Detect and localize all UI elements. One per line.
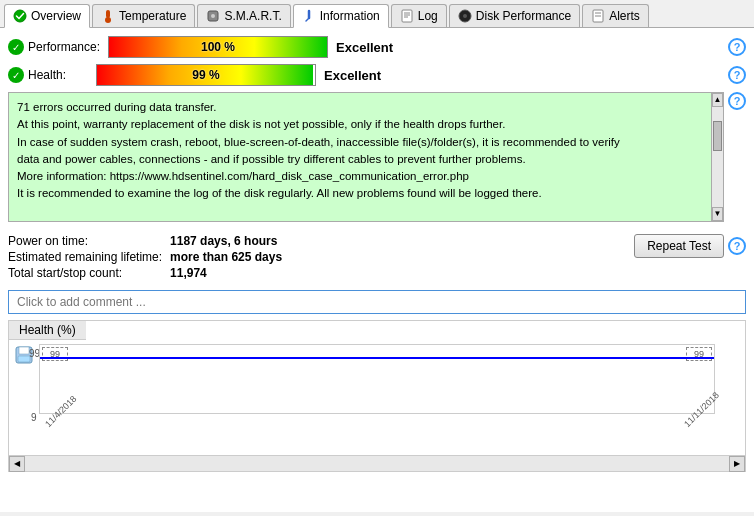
- performance-check-icon: ✓: [8, 39, 24, 55]
- tab-smart[interactable]: S.M.A.R.T.: [197, 4, 290, 27]
- svg-rect-1: [106, 10, 110, 18]
- chart-area: 99 9 99 99 11/4/2018 11/11/2018: [9, 340, 745, 455]
- tab-disk-performance[interactable]: Disk Performance: [449, 4, 580, 27]
- overview-icon: [13, 9, 27, 23]
- health-status: Excellent: [324, 68, 381, 83]
- health-help-icon[interactable]: ?: [728, 66, 746, 84]
- message-scrollbar[interactable]: ▲ ▼: [711, 93, 723, 221]
- svg-point-5: [308, 10, 310, 12]
- tab-alerts[interactable]: Alerts: [582, 4, 649, 27]
- health-label-group: ✓ Health:: [8, 67, 88, 83]
- message-box: 71 errors occurred during data transfer.…: [8, 92, 724, 222]
- estimated-label: Estimated remaining lifetime:: [8, 250, 162, 264]
- repeat-help-icon[interactable]: ?: [728, 237, 746, 255]
- performance-row: ✓ Performance: 100 % Excellent ?: [8, 36, 746, 58]
- performance-bar-value: 100 %: [109, 37, 327, 57]
- message-line-1: 71 errors occurred during data transfer.: [17, 99, 703, 116]
- horizontal-scrollbar[interactable]: ◀ ▶: [9, 455, 745, 471]
- total-value: 11,974: [170, 266, 626, 280]
- scroll-up-arrow[interactable]: ▲: [712, 93, 723, 107]
- tab-smart-label: S.M.A.R.T.: [224, 9, 281, 23]
- health-bar-value: 99 %: [97, 65, 315, 85]
- repeat-test-button[interactable]: Repeat Test: [634, 234, 724, 258]
- estimated-value: more than 625 days: [170, 250, 626, 264]
- tab-temperature-label: Temperature: [119, 9, 186, 23]
- tab-log-label: Log: [418, 9, 438, 23]
- tab-temperature[interactable]: Temperature: [92, 4, 195, 27]
- scroll-down-arrow[interactable]: ▼: [712, 207, 723, 221]
- performance-label: Performance:: [28, 40, 100, 54]
- performance-label-group: ✓ Performance:: [8, 39, 100, 55]
- tab-bar: Overview Temperature S.M.A.R.T. Inf: [0, 0, 754, 28]
- message-box-inner: 71 errors occurred during data transfer.…: [17, 99, 715, 215]
- chart-line: [40, 357, 714, 359]
- tab-disk-performance-label: Disk Performance: [476, 9, 571, 23]
- alerts-icon: [591, 9, 605, 23]
- message-line-3: In case of sudden system crash, reboot, …: [17, 134, 703, 151]
- svg-rect-16: [19, 347, 29, 354]
- log-icon: [400, 9, 414, 23]
- message-help-icon[interactable]: ?: [728, 92, 746, 110]
- tab-information-label: Information: [320, 9, 380, 23]
- temperature-icon: [101, 9, 115, 23]
- chart-tab[interactable]: Health (%): [9, 321, 745, 340]
- tab-overview[interactable]: Overview: [4, 4, 90, 28]
- tab-alerts-label: Alerts: [609, 9, 640, 23]
- message-line-4: data and power cables, connections - and…: [17, 151, 703, 168]
- tab-log[interactable]: Log: [391, 4, 447, 27]
- scroll-thumb[interactable]: [713, 121, 722, 151]
- info-row: Power on time: 1187 days, 6 hours Estima…: [8, 234, 746, 286]
- svg-point-2: [105, 17, 111, 23]
- power-on-label: Power on time:: [8, 234, 162, 248]
- info-right: Repeat Test ?: [634, 234, 746, 258]
- message-line-6: It is recommended to examine the log of …: [17, 185, 703, 202]
- health-check-icon: ✓: [8, 67, 24, 83]
- svg-point-4: [211, 14, 215, 18]
- disk-performance-icon: [458, 9, 472, 23]
- health-bar: 99 %: [96, 64, 316, 86]
- comment-input[interactable]: [8, 290, 746, 314]
- performance-help-icon[interactable]: ?: [728, 38, 746, 56]
- message-line-7: [17, 203, 703, 216]
- tab-information[interactable]: Information: [293, 4, 389, 28]
- smart-icon: [206, 9, 220, 23]
- information-icon: [302, 9, 316, 23]
- total-label: Total start/stop count:: [8, 266, 162, 280]
- scroll-h-track[interactable]: [25, 456, 729, 471]
- performance-status: Excellent: [336, 40, 393, 55]
- scroll-left-arrow[interactable]: ◀: [9, 456, 25, 472]
- info-left: Power on time: 1187 days, 6 hours Estima…: [8, 234, 626, 286]
- info-grid: Power on time: 1187 days, 6 hours Estima…: [8, 234, 626, 280]
- chart-inner: 99 99: [39, 344, 715, 414]
- tab-overview-label: Overview: [31, 9, 81, 23]
- chart-section: Health (%) 99 9 99: [8, 320, 746, 472]
- health-label: Health:: [28, 68, 66, 82]
- y-label-bottom-left: 9: [31, 412, 37, 423]
- message-line-2: At this point, warranty replacement of t…: [17, 116, 703, 133]
- health-row: ✓ Health: 99 % Excellent ?: [8, 64, 746, 86]
- scroll-right-arrow[interactable]: ▶: [729, 456, 745, 472]
- power-on-value: 1187 days, 6 hours: [170, 234, 626, 248]
- performance-bar: 100 %: [108, 36, 328, 58]
- svg-point-11: [463, 14, 467, 18]
- svg-rect-6: [402, 10, 412, 22]
- main-content: ✓ Performance: 100 % Excellent ? ✓ Healt…: [0, 28, 754, 512]
- message-line-5: More information: https://www.hdsentinel…: [17, 168, 703, 185]
